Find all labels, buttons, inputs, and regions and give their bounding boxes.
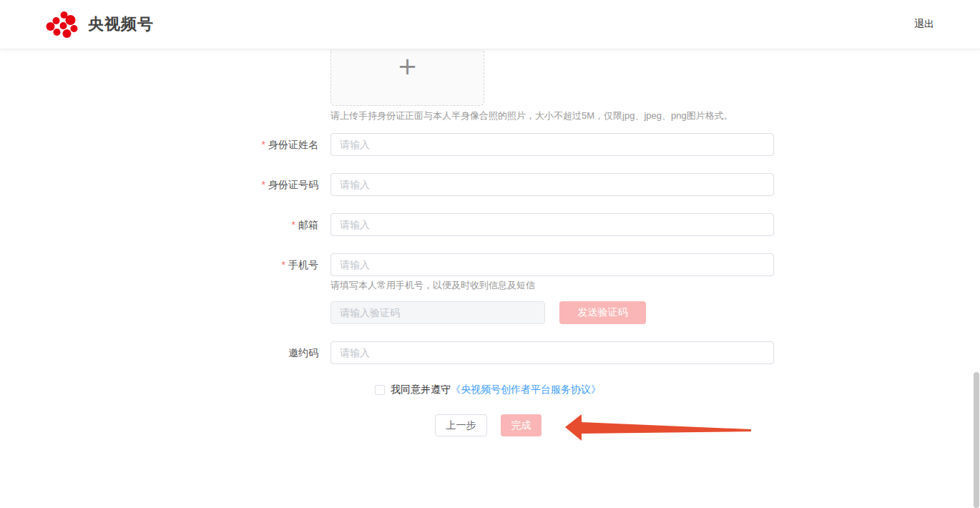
back-button[interactable]: 上一步 (435, 414, 487, 436)
phone-helper-text: 请填写本人常用手机号，以便及时收到信息及短信 (330, 279, 535, 292)
id-name-input[interactable] (330, 133, 774, 156)
logout-button[interactable]: 退出 (914, 18, 934, 31)
top-header: 央视频号 退出 (0, 0, 980, 49)
invite-code-input[interactable] (330, 341, 774, 364)
id-number-input[interactable] (330, 173, 774, 196)
annotation-arrow-icon (558, 404, 773, 454)
sms-code-input[interactable] (330, 301, 545, 324)
id-name-label: *身份证姓名 (175, 133, 318, 156)
required-mark: * (262, 179, 265, 190)
brand-name: 央视频号 (88, 14, 154, 35)
required-mark: * (292, 219, 295, 230)
upload-hint-text: 请上传手持身份证正面与本人半身像合照的照片，大小不超过5M，仅限jpg、jpeg… (330, 109, 733, 122)
phone-input[interactable] (330, 253, 774, 276)
invite-code-label: 邀约码 (175, 341, 318, 364)
agreement-text: 我同意并遵守 (391, 384, 451, 396)
phone-label: *手机号 (175, 253, 318, 276)
required-mark: * (262, 139, 265, 150)
scrollbar-thumb[interactable] (974, 372, 979, 508)
agreement-link[interactable]: 《央视频号创作者平台服务协议》 (451, 384, 601, 396)
brand-dots-icon (46, 11, 79, 38)
agreement-row: 我同意并遵守 《央视频号创作者平台服务协议》 (375, 384, 601, 396)
email-input[interactable] (330, 213, 774, 236)
agreement-checkbox[interactable] (375, 385, 385, 395)
id-number-label: *身份证号码 (175, 173, 318, 196)
email-label: *邮箱 (175, 213, 318, 236)
required-mark: * (282, 259, 285, 270)
brand-logo: 央视频号 (46, 11, 154, 38)
plus-icon: + (397, 54, 418, 78)
registration-page: 央视频号 退出 + 请上传手持身份证正面与本人半身像合照的照片，大小不超过5M，… (0, 0, 980, 508)
send-code-button[interactable]: 发送验证码 (559, 301, 646, 324)
finish-button[interactable]: 完成 (501, 414, 542, 436)
